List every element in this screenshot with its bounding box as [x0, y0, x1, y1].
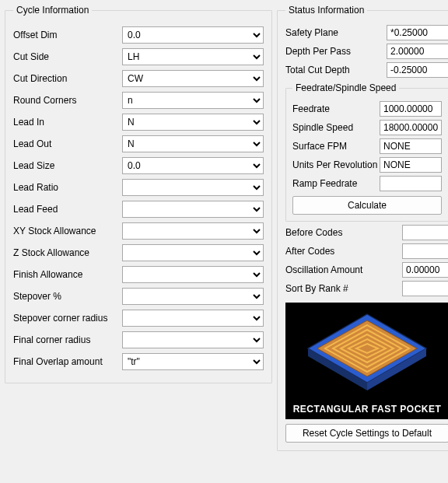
- row-round-corners: Round Corners n: [13, 92, 264, 109]
- label-lead-size: Lead Size: [13, 160, 122, 171]
- field-ramp-feedrate[interactable]: [380, 176, 442, 191]
- label-spindle: Spindle Speed: [292, 122, 380, 133]
- label-ramp-feedrate: Ramp Feedrate: [292, 178, 380, 189]
- feedrate-group: Feedrate/Spindle Speed Feedrate Spindle …: [285, 82, 448, 222]
- row-before-codes: Before Codes: [285, 225, 448, 240]
- label-round-corners: Round Corners: [13, 95, 122, 106]
- row-lead-in: Lead In N: [13, 114, 264, 131]
- row-lead-size: Lead Size 0.0: [13, 157, 264, 174]
- field-spindle[interactable]: [380, 120, 442, 135]
- label-sfpm: Surface FPM: [292, 141, 380, 152]
- status-info-legend: Status Information: [285, 5, 367, 16]
- combo-finish-allowance[interactable]: [122, 266, 264, 283]
- row-z-stock: Z Stock Allowance: [13, 244, 264, 261]
- label-lead-in: Lead In: [13, 117, 122, 128]
- label-cut-side: Cut Side: [13, 51, 122, 62]
- field-after-codes[interactable]: [402, 243, 448, 259]
- field-safety-plane[interactable]: [387, 25, 448, 40]
- row-final-corner: Final corner radius: [13, 331, 264, 348]
- row-safety-plane: Safety Plane: [285, 25, 448, 40]
- label-after-codes: After Codes: [285, 246, 377, 257]
- row-xy-stock: XY Stock Allowance: [13, 222, 264, 240]
- combo-lead-out[interactable]: N: [122, 135, 264, 152]
- preview-image: RECTANGULAR FAST POCKET: [285, 303, 448, 419]
- label-offset-dim: Offset Dim: [13, 30, 122, 40]
- label-finish-allowance: Finish Allowance: [13, 269, 122, 280]
- label-final-overlap: Final Overlap amount: [13, 356, 122, 367]
- field-total-cut-depth[interactable]: [387, 62, 448, 78]
- row-feedrate: Feedrate: [292, 101, 442, 117]
- combo-cut-side[interactable]: LH: [122, 48, 264, 65]
- preview-caption: RECTANGULAR FAST POCKET: [293, 404, 442, 419]
- row-osc-amount: Oscillation Amount: [285, 262, 448, 278]
- row-upr: Units Per Revolution: [292, 157, 442, 173]
- field-sfpm[interactable]: [380, 138, 442, 154]
- cycle-info-legend: Cycle Information: [13, 5, 92, 16]
- combo-round-corners[interactable]: n: [122, 92, 264, 109]
- label-total-cut-depth: Total Cut Depth: [285, 65, 373, 75]
- label-osc-amount: Oscillation Amount: [285, 264, 377, 275]
- row-spindle: Spindle Speed: [292, 120, 442, 135]
- label-lead-ratio: Lead Ratio: [13, 182, 122, 193]
- combo-lead-size[interactable]: 0.0: [122, 157, 264, 174]
- row-lead-feed: Lead Feed: [13, 201, 264, 218]
- field-before-codes[interactable]: [402, 225, 448, 240]
- field-osc-amount[interactable]: [402, 262, 448, 278]
- row-lead-ratio: Lead Ratio: [13, 179, 264, 196]
- combo-xy-stock[interactable]: [122, 222, 264, 240]
- field-feedrate[interactable]: [380, 101, 442, 117]
- row-stepover-corner: Stepover corner radius: [13, 310, 264, 327]
- label-final-corner: Final corner radius: [13, 334, 122, 345]
- pocket-icon: [301, 306, 433, 399]
- combo-stepover-pct[interactable]: [122, 288, 264, 305]
- label-safety-plane: Safety Plane: [285, 27, 373, 38]
- row-depth-per-pass: Depth Per Pass: [285, 44, 448, 59]
- label-sort-rank: Sort By Rank #: [285, 283, 377, 294]
- combo-lead-feed[interactable]: [122, 201, 264, 218]
- field-sort-rank[interactable]: [402, 281, 448, 296]
- status-info-group: Status Information Safety Plane Depth Pe…: [277, 5, 448, 451]
- label-cut-direction: Cut Direction: [13, 73, 122, 84]
- row-sort-rank: Sort By Rank #: [285, 281, 448, 296]
- row-sfpm: Surface FPM: [292, 138, 442, 154]
- label-lead-out: Lead Out: [13, 138, 122, 149]
- row-offset-dim: Offset Dim 0.0: [13, 26, 264, 44]
- feedrate-legend: Feedrate/Spindle Speed: [292, 82, 399, 93]
- reset-defaults-button[interactable]: Reset Cycle Settings to Default: [285, 424, 448, 443]
- label-z-stock: Z Stock Allowance: [13, 247, 122, 258]
- label-depth-per-pass: Depth Per Pass: [285, 46, 373, 57]
- combo-offset-dim[interactable]: 0.0: [122, 26, 264, 44]
- combo-final-overlap[interactable]: "tr": [122, 353, 264, 370]
- row-ramp-feedrate: Ramp Feedrate: [292, 176, 442, 191]
- row-final-overlap: Final Overlap amount "tr": [13, 353, 264, 370]
- row-finish-allowance: Finish Allowance: [13, 266, 264, 283]
- calculate-button[interactable]: Calculate: [292, 196, 442, 215]
- row-stepover-pct: Stepover %: [13, 288, 264, 305]
- label-before-codes: Before Codes: [285, 227, 377, 238]
- label-stepover-pct: Stepover %: [13, 291, 122, 302]
- row-cut-direction: Cut Direction CW: [13, 70, 264, 87]
- combo-z-stock[interactable]: [122, 244, 264, 261]
- combo-lead-ratio[interactable]: [122, 179, 264, 196]
- label-lead-feed: Lead Feed: [13, 204, 122, 215]
- combo-stepover-corner[interactable]: [122, 310, 264, 327]
- combo-final-corner[interactable]: [122, 331, 264, 348]
- label-upr: Units Per Revolution: [292, 159, 380, 170]
- label-feedrate: Feedrate: [292, 103, 380, 114]
- row-after-codes: After Codes: [285, 243, 448, 259]
- combo-cut-direction[interactable]: CW: [122, 70, 264, 87]
- field-depth-per-pass[interactable]: [387, 44, 448, 59]
- label-xy-stock: XY Stock Allowance: [13, 226, 122, 236]
- field-upr[interactable]: [380, 157, 442, 173]
- row-total-cut-depth: Total Cut Depth: [285, 62, 448, 78]
- row-lead-out: Lead Out N: [13, 135, 264, 152]
- row-cut-side: Cut Side LH: [13, 48, 264, 65]
- combo-lead-in[interactable]: N: [122, 114, 264, 131]
- label-stepover-corner: Stepover corner radius: [13, 313, 122, 324]
- cycle-info-group: Cycle Information Offset Dim 0.0 Cut Sid…: [5, 5, 272, 383]
